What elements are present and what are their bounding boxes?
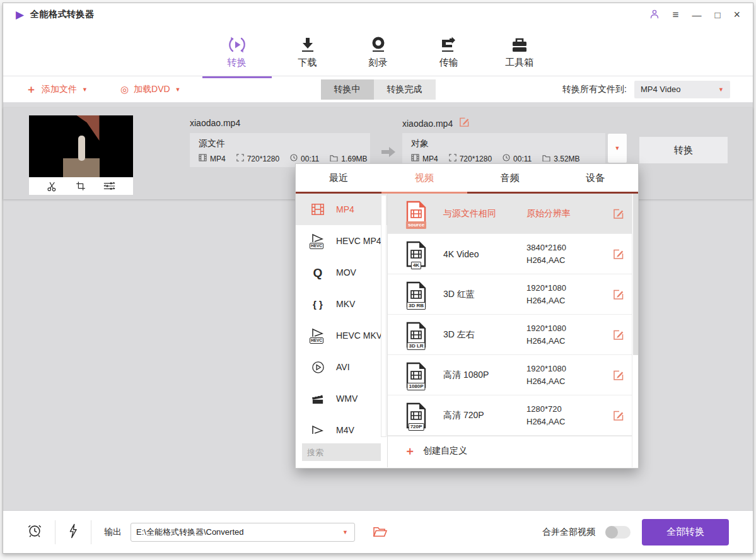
format-search-box: [302, 443, 381, 461]
edit-preset-icon[interactable]: [613, 289, 624, 300]
folder-icon: [330, 155, 338, 163]
plus-icon: ＋: [26, 82, 37, 96]
preset-codec: H264,AAC: [526, 376, 602, 386]
preset-row-4k[interactable]: 4K 4K Video 3840*2160 H264,AAC: [388, 234, 638, 274]
nav-label-burn: 刻录: [359, 57, 398, 69]
target-info-box: 对象 MP4 720*1280: [402, 133, 605, 167]
format-list: MP4 HEVC HEVC MP4 Q: [296, 194, 388, 467]
edit-preset-icon[interactable]: [613, 329, 624, 341]
open-folder-icon[interactable]: [373, 526, 387, 538]
preset-name: 高清 720P: [443, 410, 526, 421]
preset-doc-icon: 3D RB: [405, 281, 427, 308]
popup-tab-device[interactable]: 设备: [552, 164, 638, 192]
schedule-alarm-icon[interactable]: [27, 523, 42, 541]
source-size: 1.69MB: [341, 155, 367, 163]
nav-tab-transfer[interactable]: 传输: [429, 34, 468, 76]
preset-resolution: 1280*720: [526, 404, 602, 414]
performance-bolt-icon[interactable]: [68, 523, 78, 541]
convert-file-button[interactable]: 转换: [639, 137, 728, 163]
scrollbar-thumb[interactable]: [633, 194, 638, 355]
maximize-icon[interactable]: □: [714, 10, 720, 20]
trim-scissors-icon[interactable]: [47, 181, 57, 192]
transfer-icon: [429, 34, 468, 55]
output-label: 输出: [104, 527, 122, 538]
preset-dropdown-button[interactable]: ▼: [607, 133, 627, 163]
dvd-disc-icon: ◎: [120, 84, 129, 95]
convert-all-button[interactable]: 全部转换: [642, 519, 729, 545]
popup-tab-audio[interactable]: 音频: [467, 164, 553, 192]
clock-icon: [503, 154, 510, 163]
format-list-scrollbar[interactable]: [381, 195, 387, 437]
preset-doc-icon: 1080P: [405, 362, 427, 388]
preset-name: 4K Video: [443, 249, 526, 259]
output-format-select[interactable]: MP4 Video ▼: [634, 81, 730, 98]
format-search-input[interactable]: [302, 443, 381, 461]
thumbnail-image: [29, 115, 133, 177]
popup-tab-video[interactable]: 视频: [381, 164, 467, 192]
main-nav: 转换 下载 刻录: [3, 26, 753, 76]
preset-list-scrollbar[interactable]: [632, 194, 638, 467]
titlebar: ▶ 全能格式转换器 ≡ — □ ×: [3, 3, 753, 26]
quicktime-q-icon: Q: [308, 267, 327, 279]
source-file-name: xiaodao.mp4: [190, 118, 240, 128]
nav-tab-convert[interactable]: 转换: [218, 34, 257, 76]
rename-edit-icon[interactable]: [459, 117, 470, 130]
create-custom-label: 创建自定义: [423, 445, 467, 457]
create-custom-button[interactable]: ＋ 创建自定义: [388, 436, 638, 465]
preset-codec: H264,AAC: [526, 296, 602, 305]
format-label: MOV: [336, 267, 356, 277]
preset-row-3d-lr[interactable]: 3D LR 3D 左右 1920*1080 H264,AAC: [388, 315, 638, 355]
format-item-wmv[interactable]: WMV: [296, 383, 387, 414]
preset-row-720p[interactable]: 720P 高清 720P 1280*720 H264,AAC: [388, 395, 638, 436]
output-path-input[interactable]: [131, 523, 354, 541]
edit-preset-icon[interactable]: [613, 370, 624, 381]
popup-tab-recent[interactable]: 最近: [296, 164, 381, 192]
account-icon[interactable]: [649, 9, 660, 20]
nav-label-transfer: 传输: [429, 57, 468, 69]
convert-all-to-label: 转换所有文件到:: [562, 84, 627, 95]
close-icon[interactable]: ×: [733, 9, 740, 20]
preset-row-1080p[interactable]: 1080P 高清 1080P 1920*1080 H264,AAC: [388, 355, 638, 395]
minimize-icon[interactable]: —: [692, 10, 701, 20]
chevron-down-icon: ▼: [82, 86, 88, 93]
nav-tab-toolbox[interactable]: 工具箱: [500, 34, 539, 76]
load-dvd-button[interactable]: ◎ 加载DVD ▼: [120, 84, 181, 95]
resolution-icon: [449, 154, 457, 163]
format-label: HEVC MKV: [336, 330, 382, 341]
nav-tab-download[interactable]: 下载: [288, 34, 327, 76]
preset-resolution: 3840*2160: [526, 243, 602, 252]
preset-row-3d-rb[interactable]: 3D RB 3D 红蓝 1920*1080 H264,AAC: [388, 274, 638, 315]
format-label: MKV: [336, 299, 355, 309]
edit-preset-icon[interactable]: [613, 208, 624, 219]
format-label: MP4: [336, 204, 354, 214]
format-item-mkv[interactable]: { } MKV: [296, 288, 387, 320]
menu-icon[interactable]: ≡: [673, 9, 679, 20]
format-item-mp4[interactable]: MP4: [296, 194, 387, 225]
source-info-box: 源文件 MP4 720*1280: [190, 133, 370, 167]
format-preset-popup: 最近 视频 音频 设备 MP4: [295, 163, 639, 469]
add-file-button[interactable]: ＋ 添加文件 ▼: [26, 82, 88, 96]
format-item-hevc-mp4[interactable]: HEVC HEVC MP4: [296, 225, 387, 257]
plus-icon: ＋: [404, 443, 416, 458]
format-item-avi[interactable]: AVI: [296, 351, 387, 383]
app-logo-icon: ▶: [16, 9, 24, 20]
edit-preset-icon[interactable]: [613, 248, 624, 260]
edit-preset-icon[interactable]: [613, 410, 624, 421]
effects-sliders-icon[interactable]: [103, 181, 115, 191]
tab-converting[interactable]: 转换中: [321, 79, 374, 100]
format-item-hevc-mkv[interactable]: HEVC HEVC MKV: [296, 320, 387, 351]
format-item-mov[interactable]: Q MOV: [296, 257, 387, 288]
tab-finished[interactable]: 转换完成: [374, 79, 436, 100]
merge-videos-label: 合并全部视频: [542, 527, 595, 538]
format-item-m4v[interactable]: M4V: [296, 414, 387, 438]
chevron-down-icon[interactable]: ▼: [342, 529, 348, 535]
preset-name: 3D 红蓝: [443, 289, 526, 300]
crop-icon[interactable]: [76, 181, 86, 191]
load-dvd-label: 加载DVD: [134, 84, 170, 95]
preset-row-same-as-source[interactable]: source 与源文件相同 原始分辨率: [388, 194, 638, 234]
preset-codec: H264,AAC: [526, 336, 602, 346]
preset-codec: H264,AAC: [526, 255, 602, 265]
merge-videos-toggle[interactable]: [605, 526, 631, 539]
source-resolution: 720*1280: [247, 155, 279, 163]
nav-tab-burn[interactable]: 刻录: [359, 34, 398, 76]
